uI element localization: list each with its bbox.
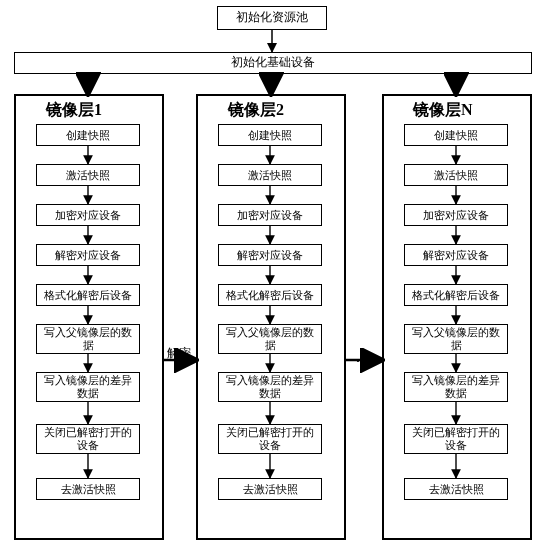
- flowchart-canvas: 初始化资源池 初始化基础设备 镜像层1 镜像层2 镜像层N … 解密 创建快照 …: [0, 0, 544, 544]
- arrows-layer: [0, 0, 544, 544]
